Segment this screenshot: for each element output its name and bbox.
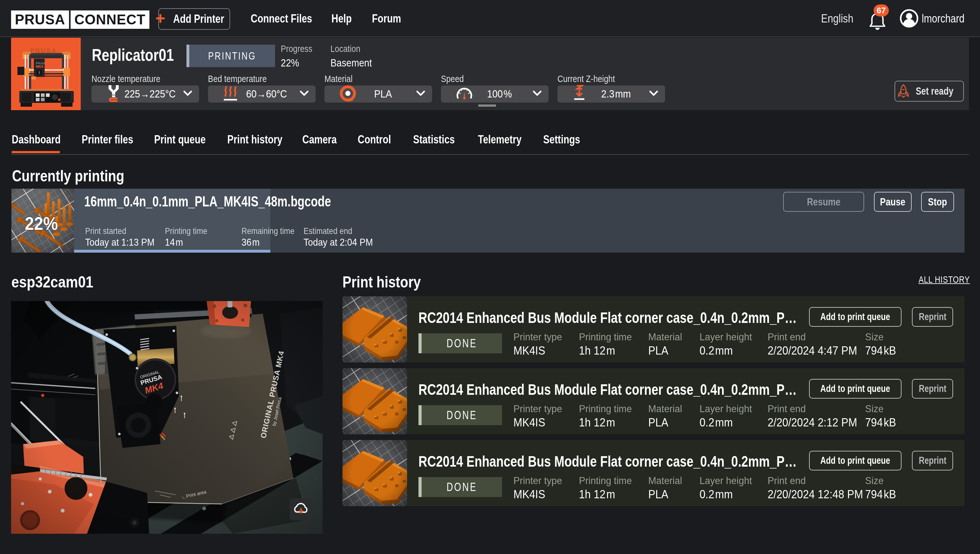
- svg-text:22%: 22%: [25, 213, 58, 234]
- svg-text:MK4: MK4: [36, 65, 43, 68]
